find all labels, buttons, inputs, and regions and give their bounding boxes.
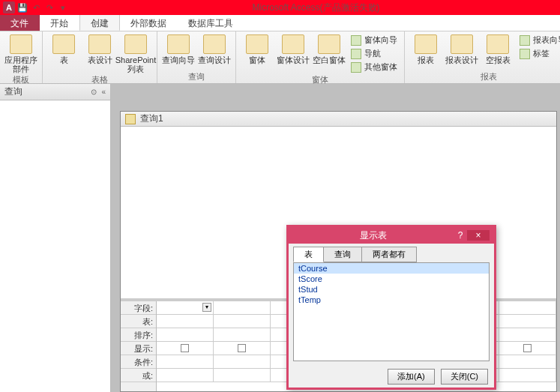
grid-cell[interactable] [499, 328, 556, 341]
app-parts-button[interactable]: 应用程序 部件 [4, 33, 37, 73]
dropdown-icon[interactable]: ▾ [202, 303, 211, 312]
child-window-title: 查询1 [140, 112, 163, 125]
table-button[interactable]: 表 [47, 33, 80, 64]
tab-file[interactable]: 文件 [0, 15, 40, 31]
group-templates: 应用程序 部件 模板 [0, 31, 43, 83]
blank-report-button[interactable]: 空报表 [481, 33, 514, 64]
grid-cell[interactable] [499, 301, 556, 314]
grid-cell[interactable] [214, 328, 271, 341]
form-wizard-button[interactable]: 窗体向导 [349, 34, 400, 46]
query-icon [125, 114, 136, 124]
form-label: 窗体 [249, 55, 265, 64]
grid-cell[interactable] [499, 315, 556, 328]
dialog-tab-queries[interactable]: 查询 [323, 247, 362, 262]
grid-cell[interactable] [499, 369, 556, 382]
add-button[interactable]: 添加(A) [388, 369, 435, 385]
other-forms-icon [351, 62, 361, 73]
list-item[interactable]: tTemp [294, 295, 489, 305]
blank-form-label: 空白窗体 [313, 55, 346, 64]
dialog-tab-tables[interactable]: 表 [293, 247, 324, 262]
show-checkbox[interactable] [181, 344, 189, 352]
sharepoint-icon [124, 34, 147, 54]
form-wizard-label: 窗体向导 [364, 34, 397, 46]
dialog-tabs: 表 查询 两者都有 [289, 244, 494, 262]
navpane-header[interactable]: 查询 ⊙ « [0, 84, 110, 100]
list-item[interactable]: tStud [294, 284, 489, 295]
dialog-help-icon[interactable]: ? [454, 230, 467, 241]
query-wizard-button[interactable]: 查询向导 [162, 33, 195, 64]
redo-icon[interactable]: ↷ [43, 1, 55, 13]
grid-label-show: 显示: [121, 342, 156, 355]
labels-label: 标签 [533, 48, 550, 59]
group-queries: 查询向导 查询设计 查询 [157, 31, 236, 83]
table-label: 表 [60, 55, 68, 64]
group-queries-label: 查询 [162, 70, 231, 83]
dialog-tab-both[interactable]: 两者都有 [361, 247, 417, 262]
dialog-table-list[interactable]: tCourse tScore tStud tTemp [293, 262, 490, 361]
grid-cell[interactable] [214, 315, 271, 328]
navpane-body [0, 100, 110, 392]
list-item[interactable]: tScore [294, 274, 489, 284]
report-design-button[interactable]: 报表设计 [445, 33, 478, 64]
report-wizard-label: 报表向导 [533, 34, 560, 46]
blank-form-icon [318, 34, 340, 54]
navigation-button[interactable]: 导航 [349, 47, 400, 60]
undo-icon[interactable]: ↶ [30, 1, 42, 13]
grid-cell[interactable] [157, 369, 214, 382]
query-design-button[interactable]: 查询设计 [198, 33, 231, 64]
query-wizard-icon [167, 34, 190, 54]
grid-cell[interactable] [157, 315, 214, 328]
grid-label-table: 表: [121, 315, 156, 328]
tab-db-tools[interactable]: 数据库工具 [178, 15, 244, 31]
tab-create[interactable]: 创建 [79, 15, 120, 31]
titlebar: A 💾 ↶ ↷ ▾ Microsoft Access(产品激活失败) [0, 0, 560, 15]
grid-cell[interactable] [214, 301, 271, 314]
show-checkbox[interactable] [523, 344, 532, 352]
child-window-titlebar[interactable]: 查询1 [121, 112, 556, 127]
form-design-icon [282, 34, 304, 54]
blank-form-button[interactable]: 空白窗体 [313, 33, 346, 64]
grid-cell[interactable] [157, 355, 214, 368]
navpane-title: 查询 [4, 85, 22, 98]
grid-cell-show[interactable] [499, 342, 556, 355]
report-design-icon [451, 34, 473, 54]
list-item[interactable]: tCourse [294, 263, 489, 274]
show-checkbox[interactable] [238, 344, 246, 352]
table-design-button[interactable]: 表设计 [83, 33, 116, 64]
close-button[interactable]: 关闭(C) [441, 369, 488, 385]
save-icon[interactable]: 💾 [16, 1, 28, 13]
query-design-label: 查询设计 [198, 55, 231, 64]
form-design-button[interactable]: 窗体设计 [277, 33, 310, 64]
dialog-close-icon[interactable]: × [467, 230, 490, 241]
navpane-dropdown-icon[interactable]: ⊙ [91, 88, 97, 96]
form-wizard-icon [351, 35, 361, 46]
report-wizard-button[interactable]: 报表向导 [517, 34, 560, 46]
grid-cell-show[interactable] [214, 342, 271, 355]
other-forms-button[interactable]: 其他窗体 [349, 61, 400, 73]
report-button[interactable]: 报表 [409, 33, 442, 64]
app-parts-label: 应用程序 部件 [4, 55, 37, 73]
qat-dropdown-icon[interactable]: ▾ [57, 1, 69, 13]
report-wizard-icon [520, 35, 530, 46]
grid-cell[interactable] [499, 355, 556, 368]
grid-cell[interactable] [214, 355, 271, 368]
tab-external-data[interactable]: 外部数据 [120, 15, 178, 31]
ribbon-tabstrip: 文件 开始 创建 外部数据 数据库工具 [0, 15, 560, 31]
grid-cell[interactable] [214, 369, 271, 382]
sharepoint-button[interactable]: SharePoint 列表 [119, 33, 152, 73]
navpane-collapse-icon[interactable]: « [101, 88, 106, 96]
grid-label-or: 或: [121, 369, 156, 382]
grid-cell[interactable] [157, 328, 214, 341]
tab-home[interactable]: 开始 [40, 15, 79, 31]
navigation-pane: 查询 ⊙ « [0, 84, 111, 392]
show-table-dialog: 显示表 ? × 表 查询 两者都有 tCourse tScore tStud t… [286, 225, 496, 390]
app-logo: A [3, 1, 15, 13]
form-button[interactable]: 窗体 [241, 33, 274, 64]
dialog-buttons: 添加(A) 关闭(C) [289, 366, 494, 388]
grid-cell-show[interactable] [157, 342, 214, 355]
query-design-icon [203, 34, 226, 54]
dialog-titlebar[interactable]: 显示表 ? × [289, 227, 494, 244]
navigation-icon [351, 49, 361, 59]
grid-cell[interactable]: ▾ [157, 301, 214, 314]
labels-button[interactable]: 标签 [517, 47, 560, 60]
